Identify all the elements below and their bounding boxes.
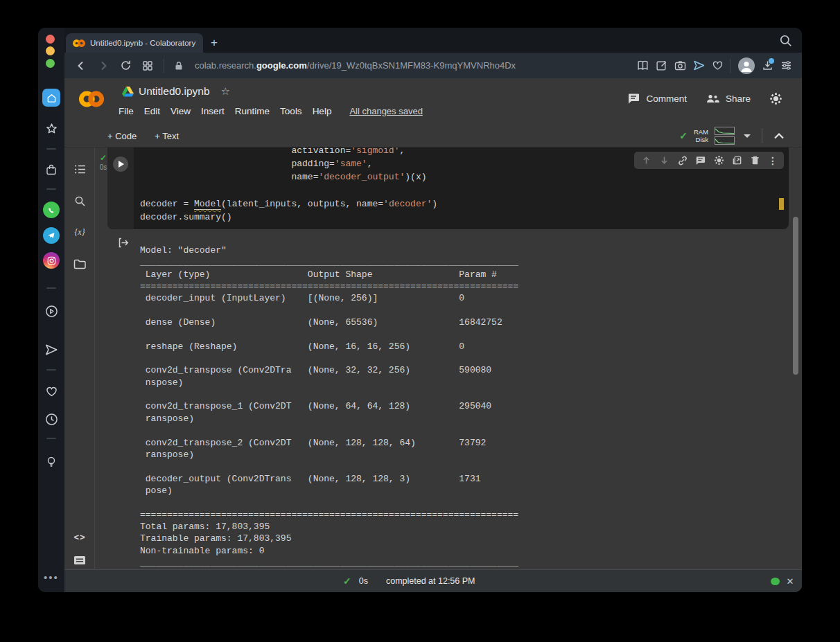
menu-file[interactable]: File xyxy=(118,106,134,116)
disk-label: Disk xyxy=(696,136,708,143)
files-icon[interactable] xyxy=(72,256,87,271)
toolbar-divider xyxy=(762,128,762,143)
telegram-icon xyxy=(43,227,60,244)
paper-plane-icon xyxy=(44,343,58,357)
sidebar-item-player[interactable] xyxy=(42,302,60,320)
menu-edit[interactable]: Edit xyxy=(143,106,161,116)
colab-left-panel: {x} <> xyxy=(64,148,95,569)
reload-icon[interactable] xyxy=(119,60,132,72)
code-snippets-icon[interactable]: <> xyxy=(72,529,87,544)
url-text[interactable]: colab.research.google.com/drive/19_Wz0tq… xyxy=(195,60,516,71)
sidebar-item-shopping[interactable] xyxy=(42,161,60,179)
menu-view[interactable]: View xyxy=(170,106,191,116)
variables-icon[interactable]: {x} xyxy=(72,224,87,240)
play-icon xyxy=(119,161,124,168)
lightbulb-icon xyxy=(45,456,58,468)
window-minimize-button[interactable] xyxy=(46,46,55,55)
move-cell-up-icon[interactable] xyxy=(640,155,651,166)
move-cell-down-icon[interactable] xyxy=(658,155,670,166)
forward-icon[interactable] xyxy=(97,60,110,72)
sidebar-item-whatsapp[interactable] xyxy=(42,201,60,219)
autosave-status[interactable]: All changes saved xyxy=(349,106,423,116)
sidebar-item-bookmarks[interactable] xyxy=(42,120,60,138)
execution-status-bar: ✓ 0s completed at 12:56 PM ✕ xyxy=(64,569,802,592)
code-editor[interactable]: activation='sigmoid', padding='same', na… xyxy=(140,148,437,224)
settings-gear-icon[interactable] xyxy=(769,92,782,105)
sidebar-item-likes[interactable] xyxy=(42,382,60,400)
add-comment-icon[interactable] xyxy=(695,155,706,166)
address-bar: colab.research.google.com/drive/19_Wz0tq… xyxy=(64,53,802,78)
window-close-button[interactable] xyxy=(46,35,55,44)
cell-output-icon xyxy=(118,237,130,249)
new-tab-button[interactable]: + xyxy=(204,33,224,53)
reading-mode-icon[interactable] xyxy=(636,60,649,72)
comment-button[interactable]: Comment xyxy=(627,93,687,105)
colab-favicon xyxy=(73,39,85,48)
edit-page-icon[interactable] xyxy=(655,60,667,72)
table-of-contents-icon[interactable] xyxy=(72,161,87,177)
tiles-grid-icon[interactable] xyxy=(141,60,154,72)
status-message: completed at 12:56 PM xyxy=(386,576,475,586)
sidebar-item-home[interactable] xyxy=(42,89,60,107)
star-notebook-icon[interactable]: ☆ xyxy=(221,85,230,98)
snapshot-camera-icon[interactable] xyxy=(674,60,686,72)
sidebar-divider xyxy=(46,148,56,150)
cell-settings-gear-icon[interactable] xyxy=(713,155,724,166)
menu-tools[interactable]: Tools xyxy=(279,106,303,116)
send-flow-icon[interactable] xyxy=(692,60,705,72)
resources-dropdown-icon[interactable] xyxy=(744,134,751,138)
window-zoom-button[interactable] xyxy=(46,59,55,68)
cell-more-actions-icon[interactable]: ⋮ xyxy=(768,155,778,166)
notebook-title[interactable]: Untitled0.ipynb xyxy=(139,85,210,98)
clock-icon xyxy=(45,413,58,426)
sidebar-item-instagram[interactable] xyxy=(42,251,60,269)
play-circle-icon xyxy=(45,305,58,318)
ram-label: RAM xyxy=(694,128,708,136)
sidebar-item-hints[interactable] xyxy=(42,453,60,471)
copy-link-to-cell-icon[interactable] xyxy=(677,155,688,166)
lint-warning-marker[interactable] xyxy=(779,198,784,210)
delete-cell-icon[interactable] xyxy=(750,155,761,166)
favorite-heart-icon[interactable] xyxy=(711,60,724,72)
notebook-body: {x} <> ✓ 0s a xyxy=(64,148,802,569)
tune-settings-icon[interactable] xyxy=(780,60,792,72)
notebook-scroll-area[interactable]: ✓ 0s activation='sigmoid', padding='same… xyxy=(95,148,802,569)
back-icon[interactable] xyxy=(75,60,87,72)
browser-window: ••• Untitled0.ipynb - Colaboratory + col… xyxy=(38,28,802,592)
star-icon xyxy=(45,123,58,136)
sidebar-divider xyxy=(46,188,56,190)
menu-help[interactable]: Help xyxy=(312,106,333,116)
browser-tab-active[interactable]: Untitled0.ipynb - Colaboratory xyxy=(66,33,203,53)
downloads-icon[interactable] xyxy=(761,60,773,72)
run-cell-button[interactable] xyxy=(113,157,128,172)
sidebar-item-messenger[interactable] xyxy=(42,341,60,359)
resource-monitor[interactable] xyxy=(715,127,735,145)
shopping-bag-icon xyxy=(45,163,58,176)
disk-sparkline xyxy=(715,136,735,145)
sidebar-item-history[interactable] xyxy=(42,410,60,428)
menu-bar: File Edit View Insert Runtime Tools Help… xyxy=(118,106,423,116)
mirror-cell-icon[interactable] xyxy=(731,155,742,166)
close-status-bar-icon[interactable]: ✕ xyxy=(784,575,796,587)
find-replace-icon[interactable] xyxy=(72,193,87,208)
whatsapp-icon xyxy=(43,202,60,218)
ram-sparkline xyxy=(715,127,735,135)
vertical-scrollbar[interactable] xyxy=(793,217,798,375)
menu-runtime[interactable]: Runtime xyxy=(234,106,270,116)
lock-icon[interactable] xyxy=(173,60,185,72)
colab-app: Untitled0.ipynb ☆ File Edit View Insert … xyxy=(64,78,802,592)
tab-title: Untitled0.ipynb - Colaboratory xyxy=(90,39,195,47)
collapse-header-icon[interactable] xyxy=(773,132,785,139)
command-palette-icon[interactable] xyxy=(72,553,87,568)
sidebar-item-telegram[interactable] xyxy=(42,226,60,244)
heart-icon xyxy=(45,385,58,398)
add-text-button[interactable]: + Text xyxy=(155,131,179,141)
colab-logo[interactable] xyxy=(78,88,105,110)
profile-avatar[interactable] xyxy=(738,57,755,74)
sidebar-settings-button[interactable]: ••• xyxy=(42,568,60,586)
search-icon[interactable] xyxy=(779,34,793,48)
share-button[interactable]: Share xyxy=(706,93,751,104)
add-code-button[interactable]: + Code xyxy=(107,131,137,141)
sidebar-divider xyxy=(46,438,56,439)
menu-insert[interactable]: Insert xyxy=(200,106,225,116)
